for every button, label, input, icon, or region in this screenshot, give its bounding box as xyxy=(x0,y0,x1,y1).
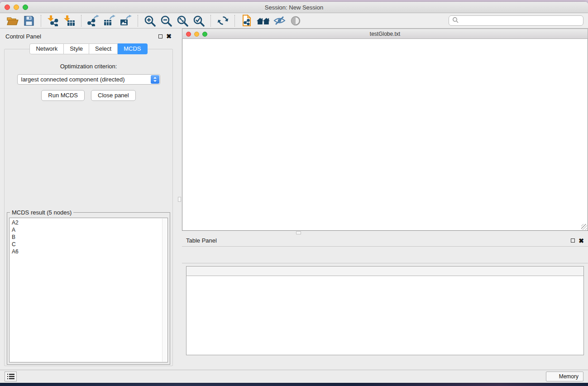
open-folder-button[interactable] xyxy=(5,14,21,28)
home-button[interactable] xyxy=(255,14,271,28)
table-tabs xyxy=(182,356,588,370)
table-panel-header: Table Panel ✖ xyxy=(182,235,588,246)
divider-handle[interactable] xyxy=(178,197,181,202)
export-network-button[interactable] xyxy=(85,14,101,28)
zoom-fit-button[interactable] xyxy=(174,14,191,28)
result-item[interactable]: B xyxy=(12,234,160,241)
search-icon xyxy=(452,17,459,25)
list-icon xyxy=(7,373,14,380)
export-image-button[interactable] xyxy=(118,14,134,28)
zoom-window-button[interactable] xyxy=(23,5,28,10)
tab-mcds[interactable]: MCDS xyxy=(118,43,147,54)
zoom-out-button[interactable] xyxy=(158,14,174,28)
bird-eye-view-icon xyxy=(273,15,286,26)
network-zoom-button[interactable] xyxy=(202,32,207,37)
result-item[interactable]: A xyxy=(12,226,160,234)
table-panel: Table Panel ✖ xyxy=(182,235,588,370)
select-stepper-icon xyxy=(151,75,159,84)
tab-network[interactable]: Network xyxy=(29,43,64,54)
eye-button[interactable] xyxy=(287,14,304,28)
open-folder-icon xyxy=(7,16,19,26)
result-item[interactable]: A6 xyxy=(12,248,160,255)
divider-handle[interactable] xyxy=(296,231,301,234)
export-table-button[interactable] xyxy=(101,14,118,28)
optimization-criterion-label: Optimization criterion: xyxy=(60,63,117,70)
save-session-icon xyxy=(24,16,34,26)
control-panel-title: Control Panel xyxy=(5,33,41,40)
memory-button[interactable]: Memory xyxy=(546,372,583,381)
toolbar-separator xyxy=(234,15,235,27)
mcds-result-list: A2ABCA6 xyxy=(9,218,168,362)
result-item[interactable]: C xyxy=(12,241,160,248)
refresh-button[interactable] xyxy=(215,14,231,28)
memory-status-dot xyxy=(551,374,556,379)
horizontal-split-divider[interactable] xyxy=(182,231,588,235)
control-panel-tabs: NetworkStyleSelectMCDS xyxy=(0,43,177,54)
mcds-result-title: MCDS result (5 nodes) xyxy=(10,209,73,216)
refresh-icon xyxy=(217,15,229,26)
main-titlebar: Session: New Session xyxy=(0,2,588,13)
network-frame: testGlobe.txt xyxy=(182,29,588,231)
duplicate-network-button[interactable] xyxy=(239,14,255,28)
export-image-icon xyxy=(120,15,132,26)
resize-grip[interactable] xyxy=(581,224,587,230)
search-input[interactable] xyxy=(460,18,580,24)
table-header-row xyxy=(186,267,583,276)
close-panel-icon[interactable]: ✖ xyxy=(166,34,172,38)
result-scrollbar[interactable] xyxy=(162,219,167,362)
node-table xyxy=(186,266,584,355)
toolbar-separator xyxy=(138,15,138,27)
status-bar: Memory xyxy=(0,370,588,383)
import-network-button[interactable] xyxy=(45,14,61,28)
float-panel-icon[interactable] xyxy=(158,34,163,38)
vertical-split-divider[interactable] xyxy=(177,29,182,370)
eye-icon xyxy=(290,15,301,26)
zoom-in-icon xyxy=(144,15,156,27)
tab-style[interactable]: Style xyxy=(64,43,89,54)
zoom-in-button[interactable] xyxy=(142,14,158,28)
export-table-icon xyxy=(104,15,116,26)
zoom-selected-icon xyxy=(193,15,205,27)
toolbar-separator xyxy=(41,15,41,27)
mcds-panel: Optimization criterion: largest connecte… xyxy=(4,49,173,366)
save-session-button[interactable] xyxy=(21,14,37,28)
network-frame-titlebar[interactable]: testGlobe.txt xyxy=(182,29,588,39)
bird-eye-view-button[interactable] xyxy=(271,14,287,28)
close-panel-button[interactable]: Close panel xyxy=(91,90,136,101)
optimization-criterion-select[interactable]: largest connected component (directed) xyxy=(17,74,160,85)
table-toolbar xyxy=(182,246,588,263)
network-frame-title: testGlobe.txt xyxy=(370,31,400,37)
zoom-out-icon xyxy=(160,15,172,27)
zoom-selected-button[interactable] xyxy=(191,14,207,28)
optimization-criterion-value: largest connected component (directed) xyxy=(21,76,125,83)
minimize-window-button[interactable] xyxy=(14,5,19,10)
import-table-icon xyxy=(63,15,75,26)
tab-select[interactable]: Select xyxy=(89,43,118,54)
right-area: testGlobe.txt Table Panel ✖ xyxy=(182,29,588,370)
network-minimize-button[interactable] xyxy=(194,32,199,37)
float-panel-icon[interactable] xyxy=(571,238,575,243)
result-item[interactable]: A2 xyxy=(12,219,160,226)
run-mcds-button[interactable]: Run MCDS xyxy=(41,90,85,101)
control-panel: Control Panel ✖ NetworkStyleSelectMCDS O… xyxy=(0,29,177,370)
zoom-fit-icon xyxy=(177,15,188,27)
duplicate-network-icon xyxy=(241,14,252,27)
toolbar-separator xyxy=(210,15,211,27)
window-title: Session: New Session xyxy=(265,4,323,11)
network-close-button[interactable] xyxy=(186,32,191,37)
close-window-button[interactable] xyxy=(5,5,10,10)
export-network-icon xyxy=(87,15,100,26)
toolbar-separator xyxy=(81,15,81,27)
network-canvas[interactable] xyxy=(182,39,588,231)
home-icon xyxy=(256,16,270,26)
close-panel-icon[interactable]: ✖ xyxy=(578,238,584,243)
main-toolbar xyxy=(0,13,588,29)
control-panel-header: Control Panel ✖ xyxy=(0,31,177,42)
import-table-button[interactable] xyxy=(61,14,77,28)
table-panel-title: Table Panel xyxy=(186,237,217,244)
main-content: Control Panel ✖ NetworkStyleSelectMCDS O… xyxy=(0,29,588,370)
task-history-button[interactable] xyxy=(5,372,17,381)
search-field[interactable] xyxy=(449,15,583,26)
app-window: Session: New Session Control Panel ✖ Net… xyxy=(0,2,588,383)
import-network-icon xyxy=(47,15,59,26)
